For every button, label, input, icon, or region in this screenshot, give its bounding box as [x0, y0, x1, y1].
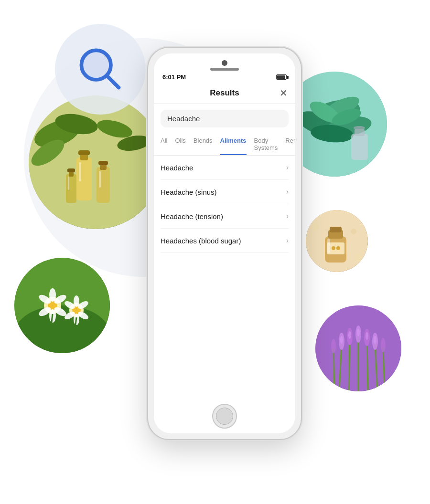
svg-point-77 — [340, 336, 343, 344]
chevron-icon: › — [286, 163, 289, 172]
search-icon — [74, 43, 127, 95]
battery-icon — [276, 74, 287, 80]
header-title: Results — [210, 88, 239, 98]
svg-point-60 — [351, 229, 356, 234]
oils-decoration — [29, 95, 162, 229]
search-bar[interactable]: Headache — [161, 110, 289, 127]
svg-line-68 — [333, 348, 334, 391]
chamomile-decoration — [14, 258, 110, 353]
svg-point-76 — [381, 338, 386, 352]
tab-body-systems[interactable]: Body Systems — [254, 133, 278, 155]
svg-rect-16 — [67, 168, 75, 172]
result-label: Headache (tension) — [161, 212, 223, 220]
tab-all[interactable]: All — [161, 133, 167, 155]
svg-rect-17 — [79, 162, 81, 181]
result-item-headache-sinus[interactable]: Headache (sinus) › — [161, 180, 289, 204]
result-item-headaches-blood-sugar[interactable]: Headaches (blood sugar) › — [161, 229, 289, 253]
result-label: Headache (sinus) — [161, 188, 217, 196]
status-bar: 6:01 PM — [154, 71, 295, 83]
home-button-inner — [216, 408, 233, 425]
result-label: Headache — [161, 164, 193, 172]
svg-point-2 — [29, 95, 162, 229]
svg-point-75 — [331, 339, 336, 353]
svg-point-79 — [357, 329, 360, 336]
result-item-headache-tension[interactable]: Headache (tension) › — [161, 204, 289, 229]
svg-rect-14 — [66, 174, 76, 203]
search-icon-circle — [55, 24, 146, 115]
chevron-icon: › — [286, 236, 289, 245]
chevron-icon: › — [286, 188, 289, 196]
lavender-decoration — [315, 305, 401, 391]
chevron-icon: › — [286, 212, 289, 220]
svg-rect-19 — [68, 177, 69, 190]
svg-rect-13 — [98, 161, 108, 165]
svg-point-56 — [332, 246, 335, 250]
phone-frame: 6:01 PM Results ✕ Headache All Oils Blen… — [148, 48, 301, 439]
filter-tabs: All Oils Blends Ailments Body Systems Re… — [154, 133, 295, 156]
home-button[interactable] — [212, 404, 237, 429]
close-button[interactable]: ✕ — [280, 87, 288, 99]
svg-point-30 — [354, 126, 365, 130]
svg-point-78 — [348, 331, 351, 339]
svg-rect-8 — [76, 158, 92, 200]
svg-point-61 — [355, 254, 362, 261]
tab-oils[interactable]: Oils — [175, 133, 185, 155]
results-list: Headache › Headache (sinus) › Headache (… — [154, 156, 295, 253]
svg-point-81 — [374, 336, 376, 344]
bottle-small-decoration — [306, 210, 368, 272]
svg-point-57 — [336, 246, 340, 250]
status-time: 6:01 PM — [162, 74, 186, 81]
svg-rect-10 — [78, 150, 90, 155]
tab-blends[interactable]: Blends — [194, 133, 213, 155]
phone-screen: 6:01 PM Results ✕ Headache All Oils Blen… — [154, 53, 295, 433]
app-header: Results ✕ — [154, 83, 295, 104]
svg-point-59 — [312, 223, 319, 231]
svg-rect-29 — [355, 129, 365, 136]
svg-rect-54 — [330, 227, 342, 232]
svg-rect-28 — [351, 134, 368, 160]
svg-rect-11 — [97, 167, 110, 203]
phone-camera — [222, 60, 227, 66]
app-content: Results ✕ Headache All Oils Blends Ailme… — [154, 83, 295, 399]
svg-line-1 — [107, 76, 118, 87]
tab-rem[interactable]: Rem... — [285, 133, 295, 155]
svg-rect-18 — [99, 171, 101, 188]
svg-point-43 — [74, 295, 79, 307]
svg-line-66 — [367, 340, 368, 391]
svg-rect-58 — [327, 239, 330, 253]
svg-line-64 — [349, 339, 350, 391]
phone-hardware-top — [154, 53, 295, 71]
svg-point-80 — [366, 332, 368, 340]
result-label: Headaches (blood sugar) — [161, 237, 241, 245]
tab-ailments[interactable]: Ailments — [220, 133, 247, 155]
result-item-headache[interactable]: Headache › — [161, 156, 289, 180]
